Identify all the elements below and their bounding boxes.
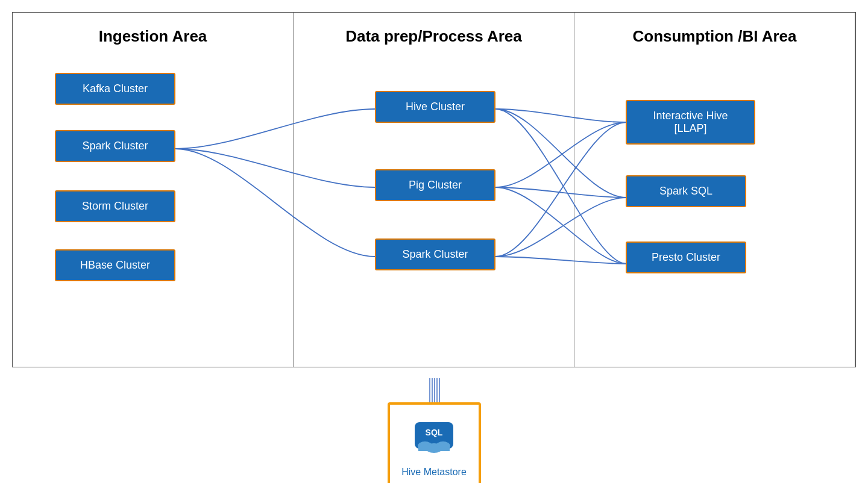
pig-cluster: Pig Cluster (375, 169, 495, 201)
storm-cluster: Storm Cluster (55, 190, 175, 222)
ingestion-title: Ingestion Area (19, 19, 287, 51)
svg-rect-5 (418, 445, 450, 451)
sql-database-icon: SQL (410, 415, 458, 463)
diagram-area: Ingestion Area Kafka Cluster Spark Clust… (12, 12, 856, 367)
dataprep-title: Data prep/Process Area (300, 19, 568, 51)
spark-cluster-ingestion: Spark Cluster (55, 130, 175, 162)
spark-sql-cluster: Spark SQL (626, 175, 746, 207)
consumption-title: Consumption /BI Area (580, 19, 849, 51)
column-ingestion: Ingestion Area Kafka Cluster Spark Clust… (13, 13, 294, 367)
interactive-hive-cluster: Interactive Hive [LLAP] (626, 100, 755, 145)
hive-cluster: Hive Cluster (375, 91, 495, 123)
bottom-section: SQL Hive Metastore (12, 378, 856, 483)
spark-cluster-dataprep: Spark Cluster (375, 238, 495, 270)
kafka-cluster: Kafka Cluster (55, 73, 175, 105)
hive-metastore-box: SQL Hive Metastore (388, 402, 481, 483)
main-container: Ingestion Area Kafka Cluster Spark Clust… (12, 12, 856, 483)
hbase-cluster: HBase Cluster (55, 249, 175, 281)
column-dataprep: Data prep/Process Area Hive Cluster Pig … (294, 13, 574, 367)
presto-cluster: Presto Cluster (626, 241, 746, 273)
metastore-label: Hive Metastore (401, 467, 467, 478)
svg-text:SQL: SQL (426, 428, 443, 437)
column-consumption: Consumption /BI Area Interactive Hive [L… (574, 13, 855, 367)
